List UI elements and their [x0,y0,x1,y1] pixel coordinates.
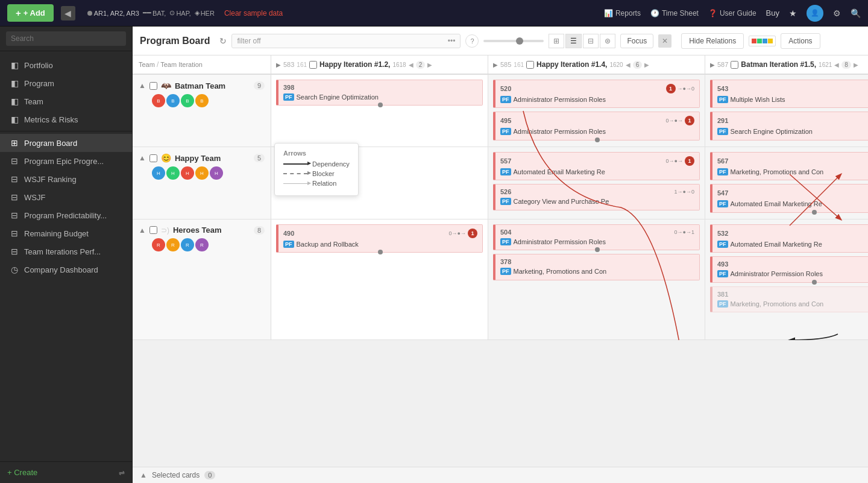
list-item[interactable]: 493 0→●→1 PF Administrator Permission Ro… [710,256,868,282]
card-arrows-490: 0→●→ [449,230,466,236]
sidebar-item-program-board[interactable]: ⊞ Program Board [0,134,132,152]
create-button[interactable]: + Create [7,468,37,477]
board-area[interactable]: Team / Team Iteration ▶ 583 161 Happy It… [133,55,868,467]
col-2-checkbox[interactable] [526,61,534,69]
table-row-batman: ▲ 🦇 Batman Team 9 B B B B [133,75,868,147]
list-item[interactable]: 381 0→●→1 PF Marketing, Promotions and C… [710,286,868,312]
focus-close-button[interactable]: ✕ [658,34,671,48]
selected-cards-label: Selected cards [152,471,200,479]
focus-button[interactable]: Focus [620,34,653,48]
star-icon[interactable]: ★ [789,8,797,18]
list-item[interactable]: 557 0→●→ 1 PF Automated Email Marketing … [493,152,700,180]
list-item[interactable]: 504 0→●→1 PF Administrator Permission Ro… [493,224,700,250]
col-1-arrow-right[interactable]: ▶ [427,62,432,68]
happy-collapse[interactable]: ▲ [139,154,146,162]
sidebar-item-company-dashboard[interactable]: ◷ Company Dashboard [0,260,132,279]
pf-badge-398: PF [283,93,294,101]
sidebar-item-program[interactable]: ◧ Program [0,74,132,92]
heroes-collapse[interactable]: ▲ [139,226,146,235]
add-button[interactable]: + Add [7,4,54,22]
timesheet-link[interactable]: 🕐 Time Sheet [650,9,699,17]
buy-button[interactable]: Buy [766,8,779,17]
card-id-378: 378 [500,258,511,265]
epic-progress-icon: ⊟ [10,156,19,166]
happy-checkbox[interactable] [149,154,157,162]
color-yellow [768,39,773,43]
sidebar-item-metrics[interactable]: ◧ Metrics & Risks [0,110,132,128]
list-item[interactable]: 378 PF Marketing, Promotions and Con [493,254,700,280]
list-item[interactable]: 520 1 →●→0 PF Administrator Permission R… [493,80,700,108]
user-avatar[interactable]: 👤 [807,5,823,22]
sidebar-item-label-team: Team [24,97,43,106]
list-item[interactable]: 291 1 →●→0 PF Search Engine Optimization [710,112,868,140]
sidebar-item-budget[interactable]: ⊟ Remaining Budget [0,224,132,242]
tag-icon-bat: ━━ [143,9,151,17]
card-id-547: 547 [717,189,728,197]
card-header-495: 495 0→●→ 1 [500,116,694,125]
col-3-arrow-right[interactable]: ▶ [854,62,858,68]
hide-relations-button[interactable]: Hide Relations [681,33,744,49]
list-item[interactable]: 526 1→●→0 PF Category View and Purchase … [493,184,700,210]
legend-title: Arrows [283,150,350,157]
card-arrows-526: 1→●→0 [675,189,694,195]
userguide-link[interactable]: ❓ User Guide [708,9,756,17]
list-item[interactable]: 547 2 →●→0 PF Automated Email Marketing … [710,184,868,212]
filter-input[interactable]: filter off ••• [231,34,461,48]
sidebar-item-portfolio[interactable]: ◧ Portfolio [0,56,132,74]
wsjf-icon: ⊟ [10,192,19,202]
sidebar-item-wsjf[interactable]: ⊟ WSJF [0,188,132,206]
sidebar-collapse-button[interactable]: ◀ [61,6,75,21]
sidebar-item-wsjf-ranking[interactable]: ⊟ WSJF Ranking [0,170,132,188]
sidebar-item-predictability[interactable]: ⊟ Program Predictability... [0,206,132,224]
program-icon: ◧ [10,78,19,88]
reports-link[interactable]: 📊 Reports [604,9,641,17]
col-3-checkbox[interactable] [731,61,738,69]
col-2-expand[interactable]: ▶ [493,62,498,68]
sidebar-settings-icon[interactable]: ⇌ [119,469,125,477]
sidebar-item-team[interactable]: ◧ Team [0,92,132,110]
view-timeline-button[interactable]: ⊛ [600,34,615,48]
batman-avatar-3: B [181,94,194,107]
happy-avatar-3: H [181,166,194,180]
zoom-track[interactable] [483,40,544,42]
search-top-icon[interactable]: 🔍 [851,8,861,18]
card-status-495: 0→●→ 1 [666,116,694,125]
batman-checkbox[interactable] [149,82,157,90]
col-1-checkbox[interactable] [309,61,317,69]
col-3-expand[interactable]: ▶ [710,62,715,68]
view-table-button[interactable]: ⊟ [583,34,599,48]
view-list-button[interactable]: ☰ [565,34,582,48]
sidebar-item-epic-progress[interactable]: ⊟ Program Epic Progre... [0,152,132,170]
card-badge-520: 1 [666,84,676,93]
card-id-490: 490 [283,230,294,237]
search-input[interactable] [6,31,126,46]
list-item[interactable]: 490 0→●→ 1 PF Backup and Rollback [276,224,483,253]
heroes-checkbox[interactable] [149,226,157,234]
col-2-arrow-left[interactable]: ◀ [626,62,631,68]
sidebar-item-label-metrics: Metrics & Risks [24,115,78,124]
clear-sample-link[interactable]: Clear sample data [224,9,283,17]
refresh-button[interactable]: ↻ [219,36,227,46]
card-type-547: PF Automated Email Marketing Re [717,200,868,208]
list-item[interactable]: 398 PF Search Engine Optimization [276,80,483,106]
col-2-arrow-right[interactable]: ▶ [644,62,649,68]
list-item[interactable]: 543 1 →●→0 PF Multiple Wish Lists [710,80,868,108]
tag-label-her: HER [201,10,215,17]
sidebar-item-team-iterations[interactable]: ⊟ Team Iterations Perf... [0,242,132,260]
color-picker-button[interactable] [749,36,776,46]
list-item[interactable]: 495 0→●→ 1 PF Administrator Permission R… [493,112,700,140]
list-item[interactable]: 567 0→●→ 1 PF Marketing, Promotions and … [710,152,868,180]
bottom-collapse-icon[interactable]: ▲ [140,471,147,479]
dependency-arrow-icon [283,163,307,165]
card-id-398: 398 [283,84,294,91]
col-1-arrow-left[interactable]: ◀ [409,62,414,68]
gear-icon[interactable]: ⚙ [833,8,841,18]
view-cards-button[interactable]: ⊞ [549,34,564,48]
actions-button[interactable]: Actions [781,33,820,49]
happy-avatar-1: H [152,166,165,180]
batman-collapse[interactable]: ▲ [139,81,146,90]
list-item[interactable]: 532 0→●→ 2 PF Automated Email Marketing … [710,224,868,253]
col-3-arrow-left[interactable]: ◀ [834,62,839,68]
col-1-expand[interactable]: ▶ [276,62,281,68]
help-button[interactable]: ? [465,34,479,48]
